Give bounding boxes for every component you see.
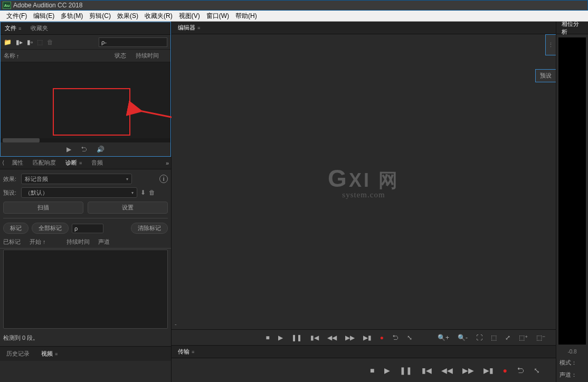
skip-end-icon[interactable]: ▶▮ <box>483 366 494 375</box>
forward-icon[interactable]: ▶▶ <box>345 334 355 341</box>
skip-start-icon[interactable]: ▮◀ <box>422 366 432 375</box>
info-icon[interactable]: i <box>159 175 168 183</box>
menu-icon: ≡ <box>197 25 200 31</box>
zoom-in-point-icon[interactable]: ⬚⁺ <box>519 334 528 341</box>
tab-transport[interactable]: 传输 ≡ <box>176 347 196 357</box>
skip-start-icon[interactable]: ▮◀ <box>310 334 319 341</box>
mark-button[interactable]: 标记 <box>3 223 29 234</box>
delete-preset-icon[interactable]: 🗑 <box>149 189 155 196</box>
tab-favorites[interactable]: 收藏夹 <box>29 23 50 33</box>
tab-transport-label: 传输 <box>178 348 189 356</box>
effect-select[interactable]: 标记音频 ▾ <box>21 174 132 184</box>
tab-history[interactable]: 历史记录 <box>4 349 32 359</box>
menu-effects[interactable]: 效果(S) <box>114 11 141 22</box>
menu-file[interactable]: 文件(F) <box>3 11 30 22</box>
tab-file[interactable]: 文件 ≡ <box>3 23 23 33</box>
tab-file-label: 文件 <box>5 24 16 32</box>
menu-help[interactable]: 帮助(H) <box>232 11 260 22</box>
clear-marks-button[interactable]: 清除标记 <box>131 223 168 234</box>
loop-icon[interactable]: ⮌ <box>392 334 399 341</box>
files-col-status[interactable]: 状态 <box>115 52 136 60</box>
tab-video[interactable]: 视频 ≡ <box>39 349 60 359</box>
new-file-icon[interactable]: ▮▸ <box>16 39 23 46</box>
skip-selection-icon[interactable]: ⤡ <box>407 334 412 341</box>
col-start[interactable]: 开始 ↑ <box>30 238 67 246</box>
files-hscroll[interactable] <box>1 138 170 142</box>
menu-icon: ≡ <box>18 26 21 31</box>
pause-icon[interactable]: ❚❚ <box>400 366 412 375</box>
loop-icon[interactable]: ⮌ <box>517 366 524 375</box>
mark-all-button[interactable]: 全部标记 <box>32 223 69 234</box>
chevron-down-icon: ▾ <box>131 190 134 195</box>
col-duration[interactable]: 持续时间 <box>67 238 98 246</box>
record-icon[interactable]: ● <box>380 334 384 341</box>
tab-audio[interactable]: 音频 <box>89 158 105 168</box>
files-search[interactable]: ρ- <box>99 37 167 47</box>
mode-label: 模式： <box>559 359 577 367</box>
files-col-duration[interactable]: 持续时间 <box>136 52 167 60</box>
forward-icon[interactable]: ▶▶ <box>462 366 474 375</box>
zoom-in-icon[interactable]: 🔍+ <box>438 334 449 341</box>
editor-preset-button[interactable]: 预设 <box>535 69 556 82</box>
zoom-sel-icon[interactable]: ⬚ <box>491 334 497 341</box>
scroll-thumb[interactable] <box>3 138 40 142</box>
save-icon: ⬚ <box>37 39 43 46</box>
open-folder-icon[interactable]: 📁 <box>4 39 12 46</box>
sort-asc-icon: ↑ <box>43 238 46 245</box>
transport-body: ■ ▶ ❚❚ ▮◀ ◀◀ ▶▶ ▶▮ ● ⮌ ⤡ <box>172 358 556 382</box>
diag-search[interactable]: ρ <box>72 224 103 233</box>
new-multitrack-icon[interactable]: ▮▫ <box>27 39 33 46</box>
scan-button[interactable]: 扫描 <box>3 202 83 214</box>
menu-multitrack[interactable]: 多轨(M) <box>58 11 86 22</box>
overflow-icon[interactable]: » <box>166 160 169 166</box>
preset-select[interactable]: （默认） ▾ <box>21 187 137 198</box>
col-start-label: 开始 <box>30 238 41 245</box>
files-body[interactable] <box>1 62 170 138</box>
tab-properties[interactable]: 属性 <box>10 158 25 168</box>
rewind-icon[interactable]: ◀◀ <box>327 334 337 341</box>
pause-icon[interactable]: ❚❚ <box>291 334 302 341</box>
zoom-in-time-icon[interactable]: ⤢ <box>505 334 510 341</box>
middle-column: 编辑器 ≡ ⋮ 预设 GXI 网 system.com - ■ ▶ ❚❚ ▮◀ … <box>172 22 556 382</box>
tab-diag-label: 诊断 <box>65 159 77 167</box>
save-preset-icon[interactable]: ⬇ <box>140 189 146 196</box>
zoom-minus[interactable]: - <box>175 321 177 327</box>
record-icon[interactable]: ● <box>503 366 507 375</box>
skip-selection-icon[interactable]: ⤡ <box>534 366 540 375</box>
phase-display[interactable] <box>558 37 586 345</box>
panel-collapse-icon[interactable]: ⟨ <box>2 159 4 166</box>
zoom-full-icon[interactable]: ⛶ <box>476 334 482 341</box>
editor-side-tab[interactable]: ⋮ <box>545 34 556 55</box>
play-icon[interactable]: ▶ <box>384 366 390 375</box>
skip-end-icon[interactable]: ▶▮ <box>363 334 372 341</box>
menu-window[interactable]: 窗口(W) <box>203 11 232 22</box>
tab-loudness[interactable]: 匹配响度 <box>31 158 58 168</box>
stop-icon[interactable]: ■ <box>370 366 374 375</box>
editor-body[interactable]: ⋮ 预设 GXI 网 system.com - <box>172 34 556 329</box>
col-channel[interactable]: 声道 <box>98 238 119 246</box>
tab-editor[interactable]: 编辑器 ≡ <box>176 23 202 33</box>
menu-edit[interactable]: 编辑(E) <box>30 11 58 22</box>
loop-icon[interactable]: ⮌ <box>81 146 87 153</box>
menu-view[interactable]: 视图(V) <box>176 11 203 22</box>
col-marked[interactable]: 已标记 <box>3 238 30 246</box>
zoom-out-icon[interactable]: 🔍- <box>458 334 468 341</box>
diag-table-body[interactable] <box>3 250 168 329</box>
files-col-name[interactable]: 名称 ↑ <box>4 52 115 60</box>
stop-icon[interactable]: ■ <box>265 334 269 341</box>
rewind-icon[interactable]: ◀◀ <box>441 366 453 375</box>
menu-clip[interactable]: 剪辑(C) <box>86 11 114 22</box>
tab-phase[interactable]: 相位分析 <box>559 19 585 37</box>
watermark-rest: XI 网 <box>349 169 400 191</box>
chevron-down-icon: ▾ <box>126 177 128 182</box>
dots-icon: ⋮ <box>548 42 554 49</box>
play-icon[interactable]: ▶ <box>278 334 283 341</box>
menu-icon: ≡ <box>55 351 58 357</box>
search-icon: ρ <box>74 225 78 232</box>
autoplay-icon[interactable]: 🔊 <box>97 146 105 153</box>
menu-favorites[interactable]: 收藏夹(R) <box>141 11 176 22</box>
play-icon[interactable]: ▶ <box>67 146 71 153</box>
tab-diagnostics[interactable]: 诊断 ≡ <box>63 158 84 168</box>
zoom-out-point-icon[interactable]: ⬚⁻ <box>536 334 545 341</box>
settings-button[interactable]: 设置 <box>88 202 168 214</box>
